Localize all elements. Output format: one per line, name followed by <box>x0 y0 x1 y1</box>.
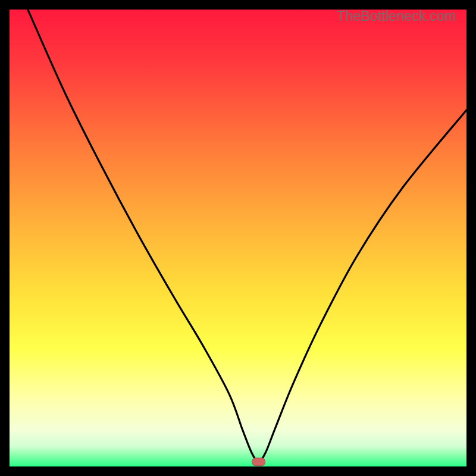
watermark-text: TheBottleneck.com <box>337 8 456 24</box>
chart-frame: TheBottleneck.com <box>10 10 466 466</box>
gradient-background <box>10 10 466 466</box>
optimal-point-marker <box>252 458 265 466</box>
bottleneck-chart <box>10 10 466 466</box>
